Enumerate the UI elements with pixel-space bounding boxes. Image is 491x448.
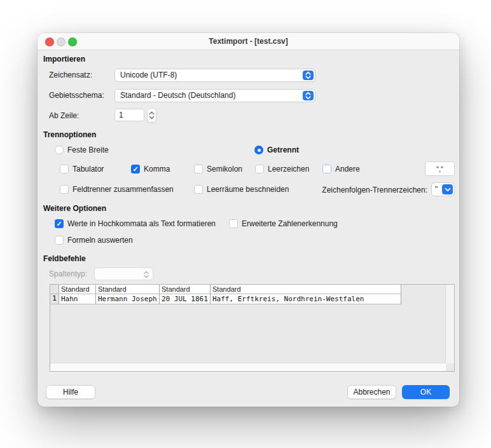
column-type-value [100, 268, 137, 280]
from-row-input[interactable]: 1 [114, 109, 144, 121]
ok-button[interactable]: OK [402, 385, 450, 399]
chevron-up-down-icon [141, 269, 151, 279]
section-importieren-heading: Importieren [43, 55, 85, 64]
chevron-down-icon [149, 116, 155, 119]
evaluate-formulas-checkbox[interactable] [55, 236, 64, 245]
table-cell[interactable]: Haff, Erftkreis, Nordhrein-Westfalen [211, 294, 401, 304]
trim-spaces-label[interactable]: Leerräume beschneiden [207, 185, 289, 194]
tab-label[interactable]: Tabulator [73, 165, 104, 173]
chevron-up-down-icon [303, 91, 314, 100]
section-weitere-optionen-heading: Weitere Optionen [43, 204, 106, 213]
chevron-up-down-icon [303, 71, 314, 80]
other-checkbox[interactable] [322, 165, 331, 173]
section-trennoptionen-heading: Trennoptionen [43, 130, 96, 139]
column-type-dropdown [94, 268, 153, 280]
separated-radio[interactable] [254, 146, 263, 154]
locale-value: Standard - Deutsch (Deutschland) [120, 90, 300, 102]
semicolon-checkbox[interactable] [194, 165, 203, 173]
other-separator-value: "," [425, 162, 454, 175]
corner-cell [50, 285, 59, 294]
tab-checkbox[interactable] [60, 165, 69, 173]
comma-checkbox[interactable] [131, 165, 140, 173]
window-title: Textimport - [test.csv] [38, 33, 459, 50]
merge-delimiters-label[interactable]: Feldtrenner zusammenfassen [73, 185, 174, 194]
section-feldbefehle-heading: Feldbefehle [43, 254, 86, 263]
fixed-width-label[interactable]: Feste Breite [67, 146, 109, 154]
from-row-value: 1 [119, 109, 123, 121]
chevron-down-icon [442, 184, 453, 194]
string-delimiter-label: Zeichenfolgen-Trennerzeichen: [318, 186, 427, 194]
fixed-width-radio[interactable] [55, 146, 64, 154]
table-cell[interactable]: Hermann Joseph [96, 294, 160, 304]
quoted-as-text-label[interactable]: Werte in Hochkommata als Text formatiere… [67, 219, 216, 228]
table-cell[interactable]: Hahn [59, 294, 96, 304]
merge-delimiters-checkbox[interactable] [60, 185, 69, 194]
textimport-dialog: Textimport - [test.csv] Importieren Zeic… [38, 33, 459, 407]
title-bar: Textimport - [test.csv] [38, 33, 459, 50]
row-number: 1 [50, 294, 59, 304]
comma-label[interactable]: Komma [144, 165, 170, 173]
preview-table[interactable]: Standard Standard Standard Standard 1 Ha… [50, 284, 455, 372]
column-header[interactable]: Standard [96, 285, 160, 294]
column-header[interactable]: Standard [211, 285, 401, 294]
charset-value: Unicode (UTF-8) [120, 69, 300, 81]
charset-dropdown[interactable]: Unicode (UTF-8) [114, 69, 315, 82]
from-row-label: Ab Zeile: [49, 111, 79, 120]
string-delimiter-combo[interactable]: " [431, 182, 455, 196]
quoted-as-text-checkbox[interactable] [55, 219, 64, 228]
from-row-stepper[interactable] [147, 108, 156, 123]
locale-dropdown[interactable]: Standard - Deutsch (Deutschland) [114, 89, 315, 102]
string-delimiter-value: " [435, 183, 438, 196]
other-label[interactable]: Andere [335, 165, 360, 173]
column-type-label: Spaltentyp: [49, 269, 87, 278]
space-checkbox[interactable] [255, 165, 264, 173]
vertical-scrollbar[interactable] [445, 285, 454, 363]
detect-numbers-label[interactable]: Erweiterte Zahlenerkennung [242, 219, 338, 228]
horizontal-scrollbar[interactable] [50, 363, 446, 371]
charset-label: Zeichensatz: [49, 71, 92, 79]
help-button[interactable]: Hilfe [46, 385, 95, 399]
semicolon-label[interactable]: Semikolon [207, 165, 242, 173]
detect-numbers-checkbox[interactable] [229, 219, 238, 228]
locale-label: Gebietsschema: [49, 91, 104, 100]
column-header[interactable]: Standard [59, 285, 96, 294]
separated-label[interactable]: Getrennt [267, 146, 299, 154]
space-label[interactable]: Leerzeichen [268, 165, 309, 173]
evaluate-formulas-label[interactable]: Formeln auswerten [67, 236, 133, 245]
other-separator-input[interactable]: "," [425, 161, 455, 176]
cancel-button[interactable]: Abbrechen [347, 385, 396, 399]
column-header[interactable]: Standard [160, 285, 211, 294]
table-cell[interactable]: 20 JUL 1861 [160, 294, 211, 304]
chevron-up-icon [149, 111, 155, 115]
trim-spaces-checkbox[interactable] [194, 185, 203, 194]
